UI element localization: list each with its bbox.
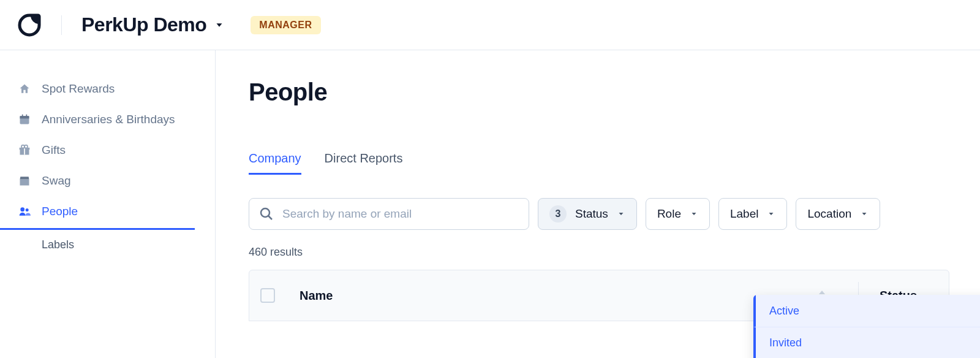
calendar-icon <box>18 113 31 126</box>
svg-point-12 <box>261 208 270 217</box>
filters-row: 3 Status Role Label Location <box>249 198 980 230</box>
column-name[interactable]: Name <box>300 289 805 303</box>
status-dropdown: Active Invited None <box>753 295 980 358</box>
results-count: 460 results <box>249 246 980 259</box>
home-icon <box>18 83 31 95</box>
sidebar-item-label: People <box>42 205 78 218</box>
search-box[interactable] <box>249 198 529 230</box>
filter-label: Role <box>657 207 681 221</box>
caret-down-icon <box>690 210 698 218</box>
status-option-active[interactable]: Active <box>753 295 980 327</box>
search-icon <box>259 207 274 221</box>
sidebar-item-label: Anniversaries & Birthdays <box>42 113 175 126</box>
tab-direct-reports[interactable]: Direct Reports <box>325 151 403 175</box>
filter-label: Location <box>807 207 851 221</box>
chevron-down-icon <box>214 20 225 31</box>
sidebar-item-label: Swag <box>42 174 71 188</box>
header-divider <box>61 15 62 35</box>
caret-down-icon <box>860 210 869 218</box>
filter-location[interactable]: Location <box>796 198 880 230</box>
app-header: PerkUp Demo MANAGER <box>0 0 980 50</box>
org-switcher[interactable]: PerkUp Demo <box>81 13 225 36</box>
filter-label: Label <box>730 207 759 221</box>
sidebar-subitem-label: Labels <box>42 238 74 251</box>
svg-rect-2 <box>22 115 23 117</box>
filter-status[interactable]: 3 Status <box>538 198 637 230</box>
role-badge: MANAGER <box>251 16 320 34</box>
search-input[interactable] <box>282 207 519 221</box>
sidebar-subitem-labels[interactable]: Labels <box>0 230 215 260</box>
svg-point-11 <box>26 208 29 211</box>
people-icon <box>18 205 31 218</box>
main-content: People Company Direct Reports 3 Status R… <box>216 50 980 358</box>
svg-rect-3 <box>26 115 28 117</box>
sidebar-item-people[interactable]: People <box>0 196 195 230</box>
filter-count: 3 <box>549 205 567 223</box>
svg-line-13 <box>268 216 272 219</box>
sidebar-item-swag[interactable]: Swag <box>0 166 215 196</box>
filter-label[interactable]: Label <box>718 198 788 230</box>
page-title: People <box>249 78 980 106</box>
filter-role[interactable]: Role <box>646 198 710 230</box>
sidebar-item-gifts[interactable]: Gifts <box>0 135 215 166</box>
status-option-invited[interactable]: Invited <box>753 327 980 358</box>
brand-logo <box>17 13 42 37</box>
sidebar-item-label: Gifts <box>42 143 66 157</box>
svg-point-10 <box>20 207 24 211</box>
tab-company[interactable]: Company <box>249 151 301 175</box>
filter-label: Status <box>575 207 608 221</box>
sidebar-item-anniversaries[interactable]: Anniversaries & Birthdays <box>0 104 215 135</box>
sidebar-item-spot-rewards[interactable]: Spot Rewards <box>0 74 215 104</box>
select-all-checkbox[interactable] <box>260 288 275 303</box>
tabs: Company Direct Reports <box>249 151 980 175</box>
svg-point-8 <box>24 145 28 148</box>
svg-rect-9 <box>20 180 29 186</box>
sidebar: Spot Rewards Anniversaries & Birthdays G… <box>0 50 216 358</box>
gift-icon <box>18 144 31 156</box>
store-icon <box>18 175 31 187</box>
caret-down-icon <box>617 210 625 218</box>
svg-rect-1 <box>20 116 29 118</box>
caret-down-icon <box>767 210 775 218</box>
svg-rect-6 <box>24 148 25 155</box>
org-name: PerkUp Demo <box>81 13 206 36</box>
sidebar-item-label: Spot Rewards <box>42 82 115 96</box>
